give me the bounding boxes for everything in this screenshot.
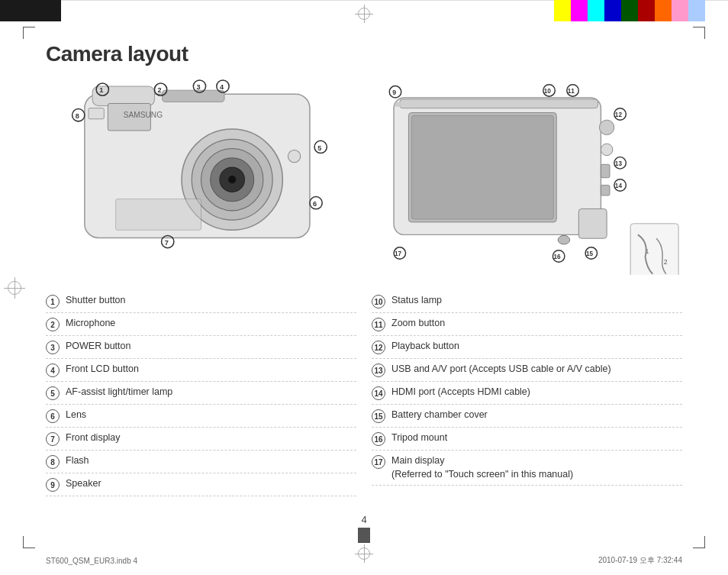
page-title: Camera layout <box>46 42 188 66</box>
label-text: Playback button <box>391 340 459 354</box>
label-text: USB and A/V port (Accepts USB cable or A… <box>391 363 611 376</box>
label-text: AF-assist light/timer lamp <box>66 386 172 399</box>
top-reg-circle <box>358 8 370 20</box>
label-row: 6Lens <box>46 405 356 428</box>
label-number: 15 <box>372 409 385 423</box>
label-text: Lens <box>66 409 86 422</box>
label-row: 9Speaker <box>46 473 356 496</box>
corner-mark-tl <box>23 27 35 39</box>
svg-rect-36 <box>601 164 610 177</box>
label-number: 1 <box>46 295 60 308</box>
corner-mark-tr <box>693 27 705 39</box>
label-row: 17Main display(Referred to "Touch screen… <box>372 451 682 486</box>
label-row: 7Front display <box>46 428 356 451</box>
label-number: 2 <box>46 318 60 331</box>
svg-rect-37 <box>601 185 610 195</box>
label-text: Speaker <box>66 477 101 491</box>
diagrams-area: SAMSUNG 1 <box>46 69 682 275</box>
camera-back-svg: 9 10 11 12 13 14 15 <box>372 69 682 275</box>
svg-text:9: 9 <box>392 89 396 96</box>
footer-right: 2010-07-19 오후 7:32:44 <box>598 555 682 566</box>
labels-area: 1Shutter button2Microphone3POWER button4… <box>46 290 682 496</box>
label-text: Battery chamber cover <box>391 409 488 422</box>
label-text: Front LCD button <box>66 363 139 376</box>
svg-text:10: 10 <box>544 88 552 95</box>
labels-left-col: 1Shutter button2Microphone3POWER button4… <box>46 290 356 496</box>
label-row: 10Status lamp <box>372 290 682 313</box>
svg-rect-33 <box>400 99 598 108</box>
svg-rect-12 <box>89 108 104 119</box>
label-number: 8 <box>46 455 60 469</box>
svg-rect-59 <box>630 224 678 275</box>
label-number: 6 <box>46 409 60 423</box>
page-number-area: 4 <box>0 514 728 543</box>
label-text: Microphone <box>66 317 115 331</box>
svg-text:2: 2 <box>158 86 162 94</box>
footer-left: ST600_QSM_EUR3.indb 4 <box>46 557 137 565</box>
svg-text:12: 12 <box>615 111 623 118</box>
label-number: 5 <box>46 386 60 400</box>
svg-text:11: 11 <box>568 88 575 95</box>
label-number: 10 <box>372 295 385 308</box>
label-row: 8Flash <box>46 451 356 473</box>
svg-text:15: 15 <box>586 250 594 257</box>
labels-right-col: 10Status lamp11Zoom button12Playback but… <box>372 290 682 496</box>
label-number: 14 <box>372 386 385 400</box>
label-row: 1Shutter button <box>46 290 356 313</box>
camera-front-svg: SAMSUNG 1 <box>46 69 356 275</box>
svg-text:14: 14 <box>615 183 623 189</box>
svg-text:7: 7 <box>165 239 169 247</box>
svg-point-34 <box>599 120 614 134</box>
svg-rect-40 <box>395 102 401 107</box>
svg-point-10 <box>228 176 236 183</box>
camera-front-diagram: SAMSUNG 1 <box>46 69 356 275</box>
svg-text:2: 2 <box>664 258 668 266</box>
svg-text:4: 4 <box>220 83 224 91</box>
label-row: 5AF-assist light/timer lamp <box>46 382 356 405</box>
label-row: 11Zoom button <box>372 313 682 336</box>
label-number: 9 <box>46 478 60 492</box>
left-reg-circle <box>8 281 21 295</box>
svg-rect-13 <box>116 199 201 231</box>
svg-point-39 <box>558 235 570 244</box>
label-text: Tripod mount <box>391 431 447 445</box>
svg-text:8: 8 <box>76 112 79 120</box>
label-text: Zoom button <box>391 317 445 331</box>
label-number: 7 <box>46 432 60 446</box>
label-number: 3 <box>46 341 60 354</box>
camera-back-diagram: 9 10 11 12 13 14 15 <box>372 69 682 275</box>
label-row: 15Battery chamber cover <box>372 405 682 428</box>
label-number: 11 <box>372 318 385 331</box>
svg-text:1: 1 <box>99 86 103 94</box>
label-row: 4Front LCD button <box>46 359 356 382</box>
svg-text:5: 5 <box>317 144 321 152</box>
svg-text:16: 16 <box>553 254 561 260</box>
label-row: 3POWER button <box>46 336 356 359</box>
main-content: SAMSUNG 1 <box>46 69 682 529</box>
page-number: 4 <box>361 514 366 525</box>
svg-rect-4 <box>163 90 224 102</box>
label-row: 14HDMI port (Accepts HDMI cable) <box>372 382 682 405</box>
label-text: HDMI port (Accepts HDMI cable) <box>391 386 530 399</box>
label-number: 17 <box>372 455 385 469</box>
svg-text:13: 13 <box>615 160 623 167</box>
label-text: Front display <box>66 431 121 445</box>
label-number: 4 <box>46 363 60 377</box>
label-row: 13USB and A/V port (Accepts USB cable or… <box>372 359 682 382</box>
label-text: Main display(Referred to "Touch screen" … <box>391 454 573 481</box>
label-row: 16Tripod mount <box>372 428 682 451</box>
color-swatches <box>554 0 705 21</box>
bottom-reg-circle <box>358 548 370 560</box>
svg-text:3: 3 <box>196 83 200 91</box>
svg-point-11 <box>288 150 300 163</box>
label-text: Flash <box>66 454 89 468</box>
svg-text:17: 17 <box>395 250 402 257</box>
label-row: 2Microphone <box>46 313 356 336</box>
svg-point-35 <box>601 144 613 156</box>
label-text: Status lamp <box>391 294 442 308</box>
label-number: 13 <box>372 363 385 377</box>
label-text: POWER button <box>66 340 130 354</box>
label-row: 12Playback button <box>372 336 682 359</box>
svg-rect-38 <box>578 208 607 238</box>
label-number: 16 <box>372 432 385 446</box>
